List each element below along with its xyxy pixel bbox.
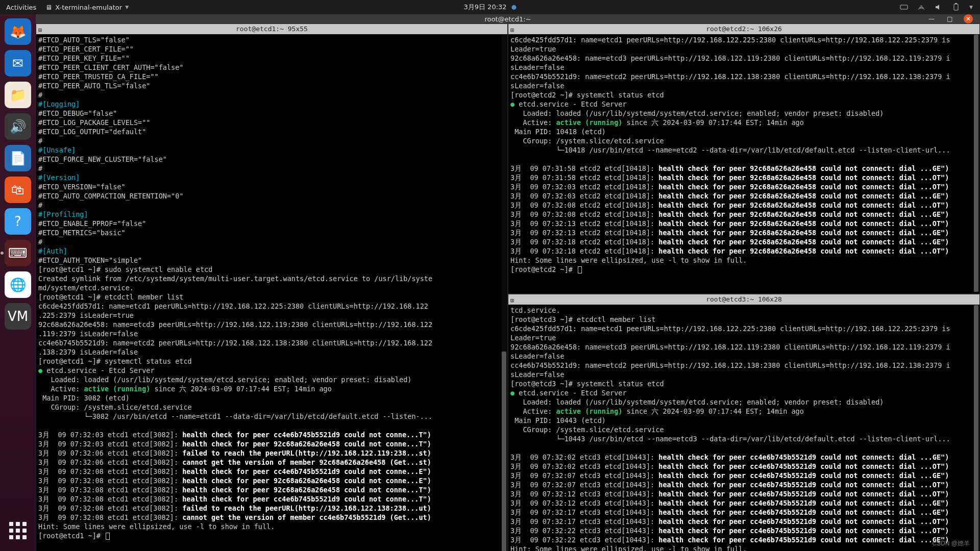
pane-menu-icon[interactable]: ⊞ [510, 295, 514, 306]
window-title: root@etcd1:~ [484, 15, 531, 23]
svg-rect-1 [954, 4, 958, 10]
dock-software[interactable]: 🛍 [5, 177, 31, 203]
show-applications-button[interactable] [5, 517, 31, 544]
scrollbar-thumb[interactable] [974, 35, 978, 292]
dock-terminal[interactable]: ⌨ [5, 240, 31, 266]
terminator-split: ⊞root@etcd1:~ 95x55 #ETCD_AUTO_TLS="fals… [36, 23, 980, 551]
dock-vm[interactable]: VM [5, 303, 31, 330]
pane-title-label: root@etcd2:~ 106x26 [706, 25, 782, 33]
minimize-button[interactable]: — [927, 14, 936, 23]
notification-dot-icon [512, 5, 517, 10]
pane-menu-icon[interactable]: ⊞ [510, 25, 514, 35]
activities-button[interactable]: Activities [6, 4, 36, 11]
terminal-icon: 🖥 [45, 4, 52, 11]
terminal-pane-etcd2[interactable]: ⊞root@etcd2:~ 106x26 c6cde425fdd57d1: na… [508, 23, 980, 294]
pane-title: ⊞root@etcd3:~ 106x28 [508, 294, 979, 305]
dock-rhythmbox[interactable]: 🔊 [5, 113, 31, 140]
pane-title: ⊞root@etcd1:~ 95x55 [36, 24, 507, 34]
volume-icon[interactable] [935, 3, 943, 11]
terminal-pane-etcd1[interactable]: ⊞root@etcd1:~ 95x55 #ETCD_AUTO_TLS="fals… [36, 23, 508, 551]
dock-firefox[interactable]: 🦊 [5, 18, 31, 45]
terminal-pane-etcd3[interactable]: ⊞root@etcd3:~ 106x28 tcd.service. [root@… [508, 294, 980, 551]
launcher-dock: 🦊✉📁🔊📄🛍?⌨🌐VM [0, 14, 36, 551]
app-menu[interactable]: 🖥 X-terminal-emulator ▼ [45, 4, 129, 11]
terminal-window: root@etcd1:~ — □ ✕ ⊞root@etcd1:~ 95x55 #… [36, 14, 980, 551]
terminal-output[interactable]: tcd.service. [root@etcd3 ~]# etcdctl mem… [508, 305, 979, 551]
scrollbar[interactable] [973, 34, 979, 292]
chevron-down-icon[interactable]: ▼ [969, 5, 973, 10]
scrollbar[interactable] [501, 34, 507, 551]
dock-text[interactable]: 📄 [5, 145, 31, 171]
battery-icon[interactable] [952, 3, 960, 11]
terminal-output[interactable]: #ETCD_AUTO_TLS="false" #ETCD_PEER_CERT_F… [36, 34, 507, 541]
pane-title-label: root@etcd1:~ 95x55 [236, 25, 308, 33]
clock[interactable]: 3月9日 20:32 [463, 3, 506, 12]
scrollbar[interactable] [973, 305, 979, 551]
maximize-button[interactable]: □ [945, 14, 954, 23]
app-menu-label: X-terminal-emulator [55, 4, 122, 11]
scrollbar-thumb[interactable] [502, 352, 506, 551]
window-titlebar[interactable]: root@etcd1:~ — □ ✕ [36, 14, 980, 23]
svg-rect-0 [900, 5, 908, 9]
pane-title: ⊞root@etcd2:~ 106x26 [508, 24, 979, 34]
svg-rect-2 [955, 3, 957, 4]
watermark: CSDN @嫖羊 [932, 539, 970, 548]
network-icon[interactable] [917, 3, 925, 11]
pane-menu-icon[interactable]: ⊞ [38, 25, 42, 35]
pane-title-label: root@etcd3:~ 106x28 [706, 295, 782, 303]
gnome-topbar: Activities 🖥 X-terminal-emulator ▼ 3月9日 … [0, 0, 980, 14]
close-button[interactable]: ✕ [964, 14, 973, 23]
keyboard-layout-icon[interactable] [900, 3, 908, 11]
terminal-output[interactable]: c6cde425fdd57d1: name=etcd1 peerURLs=htt… [508, 34, 979, 275]
chevron-down-icon: ▼ [125, 5, 129, 10]
dock-thunderbird[interactable]: ✉ [5, 50, 31, 77]
dock-files[interactable]: 📁 [5, 82, 31, 108]
dock-chrome[interactable]: 🌐 [5, 271, 31, 298]
scrollbar-thumb[interactable] [974, 305, 978, 551]
dock-help[interactable]: ? [5, 208, 31, 235]
